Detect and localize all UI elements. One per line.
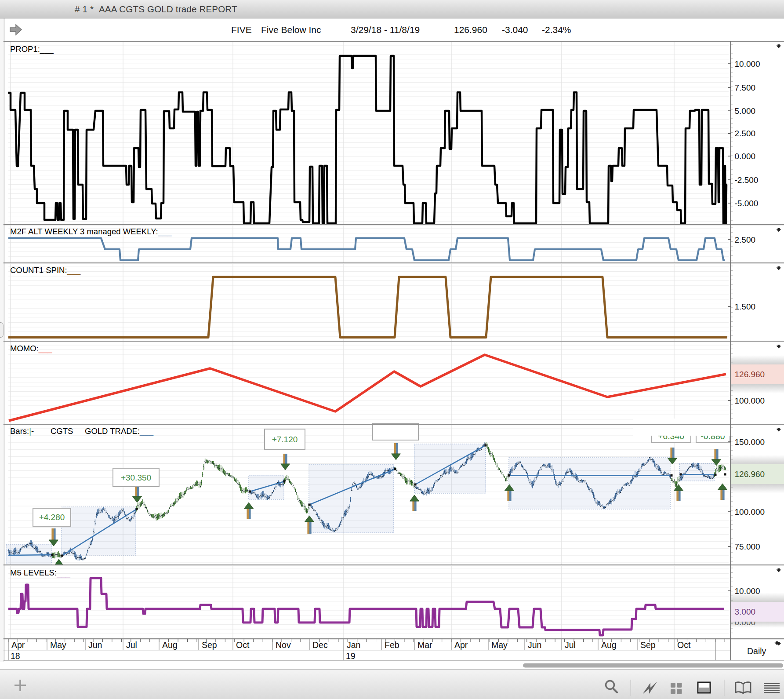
svg-text:M5 LEVELS:___: M5 LEVELS:___ [10,568,70,578]
svg-text:Jul: Jul [565,640,576,650]
svg-text:+4.280: +4.280 [39,513,65,522]
svg-text:1.500: 1.500 [735,302,756,311]
svg-text:MOMO:___: MOMO:___ [10,344,52,353]
svg-text:+30.350: +30.350 [121,473,151,482]
svg-text:M2F ALT WEEKLY 3 managed WEEKL: M2F ALT WEEKLY 3 managed WEEKLY:___ [10,227,172,237]
svg-text:2.500: 2.500 [735,235,756,244]
svg-text:100.000: 100.000 [735,507,765,517]
svg-text:75.000: 75.000 [735,542,760,551]
svg-text:0.000: 0.000 [735,152,756,161]
svg-text:Oct: Oct [236,640,250,650]
svg-text:Apr: Apr [11,640,25,650]
svg-text:150.000: 150.000 [735,437,765,447]
svg-text:Nov: Nov [276,640,291,650]
svg-text:18: 18 [11,651,20,661]
svg-text:Feb: Feb [385,640,399,650]
svg-text:126.960: 126.960 [735,370,765,379]
svg-text:Apr: Apr [454,640,468,650]
svg-text:Sep: Sep [640,640,656,650]
svg-text:Sep: Sep [202,640,217,650]
svg-text:-2.500: -2.500 [735,175,759,185]
svg-text:5.000: 5.000 [735,106,756,116]
svg-text:-5.000: -5.000 [735,199,759,208]
svg-text:Oct: Oct [677,640,691,650]
svg-text:May: May [50,640,66,650]
svg-text:+7.120: +7.120 [272,435,298,444]
svg-text:Jun: Jun [88,640,102,650]
svg-text:Mar: Mar [417,640,432,650]
svg-text:2.500: 2.500 [735,129,756,138]
svg-text:Jun: Jun [528,640,541,650]
svg-text:126.960: 126.960 [735,470,765,479]
svg-text:Aug: Aug [162,640,178,650]
svg-text:Aug: Aug [601,640,617,650]
svg-text:Daily: Daily [747,646,766,656]
svg-text:COUNT1 SPIN:___: COUNT1 SPIN:___ [10,266,81,275]
svg-text:Dec: Dec [312,640,328,650]
svg-text:May: May [491,640,508,650]
svg-text:7.500: 7.500 [735,83,756,92]
svg-text:PROP1:___: PROP1:___ [10,44,54,54]
svg-text:Jul: Jul [126,640,137,650]
svg-text:3.000: 3.000 [735,607,756,616]
svg-text:100.000: 100.000 [735,396,765,405]
svg-text:10.000: 10.000 [735,59,760,69]
svg-text:Jan: Jan [347,640,360,650]
svg-text:19: 19 [346,651,356,661]
